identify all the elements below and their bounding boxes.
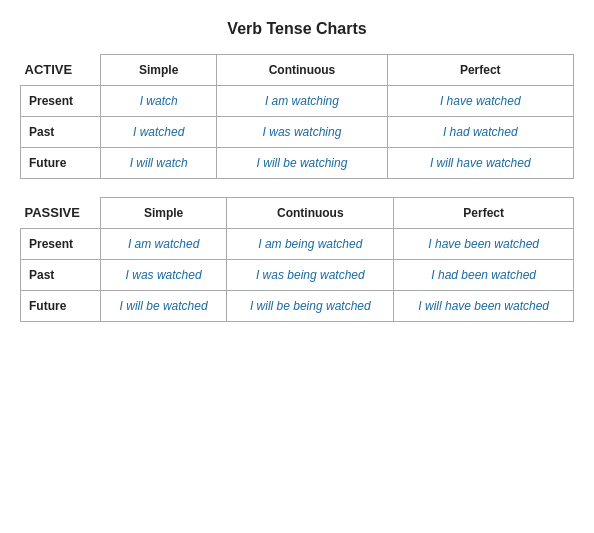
active-cell: I watched (101, 117, 217, 148)
active-cell: I watch (101, 86, 217, 117)
active-cell: I am watching (217, 86, 387, 117)
active-section: ACTIVE Simple Continuous Perfect Present… (20, 54, 574, 179)
passive-cell: I am being watched (227, 229, 394, 260)
passive-row-label: Future (21, 291, 101, 322)
passive-header-continuous: Continuous (227, 198, 394, 229)
active-header-continuous: Continuous (217, 55, 387, 86)
passive-row-label: Past (21, 260, 101, 291)
table-row: PresentI watchI am watchingI have watche… (21, 86, 574, 117)
passive-cell: I am watched (101, 229, 227, 260)
passive-cell: I will have been watched (394, 291, 574, 322)
active-cell: I have watched (387, 86, 574, 117)
passive-table: PASSIVE Simple Continuous Perfect Presen… (20, 197, 574, 322)
passive-cell: I was being watched (227, 260, 394, 291)
passive-cell: I had been watched (394, 260, 574, 291)
passive-section: PASSIVE Simple Continuous Perfect Presen… (20, 197, 574, 322)
active-label: ACTIVE (21, 55, 101, 86)
table-row: PastI watchedI was watchingI had watched (21, 117, 574, 148)
active-row-label: Past (21, 117, 101, 148)
active-cell: I will be watching (217, 148, 387, 179)
passive-cell: I was watched (101, 260, 227, 291)
table-row: FutureI will be watchedI will be being w… (21, 291, 574, 322)
active-row-label: Future (21, 148, 101, 179)
active-cell: I was watching (217, 117, 387, 148)
passive-cell: I have been watched (394, 229, 574, 260)
active-header-perfect: Perfect (387, 55, 574, 86)
active-cell: I will have watched (387, 148, 574, 179)
active-cell: I had watched (387, 117, 574, 148)
active-header-simple: Simple (101, 55, 217, 86)
passive-cell: I will be being watched (227, 291, 394, 322)
page-title: Verb Tense Charts (20, 20, 574, 38)
passive-row-label: Present (21, 229, 101, 260)
passive-cell: I will be watched (101, 291, 227, 322)
passive-label: PASSIVE (21, 198, 101, 229)
passive-header-simple: Simple (101, 198, 227, 229)
table-row: PastI was watchedI was being watchedI ha… (21, 260, 574, 291)
table-row: PresentI am watchedI am being watchedI h… (21, 229, 574, 260)
passive-header-perfect: Perfect (394, 198, 574, 229)
active-table: ACTIVE Simple Continuous Perfect Present… (20, 54, 574, 179)
table-row: FutureI will watchI will be watchingI wi… (21, 148, 574, 179)
active-row-label: Present (21, 86, 101, 117)
active-cell: I will watch (101, 148, 217, 179)
